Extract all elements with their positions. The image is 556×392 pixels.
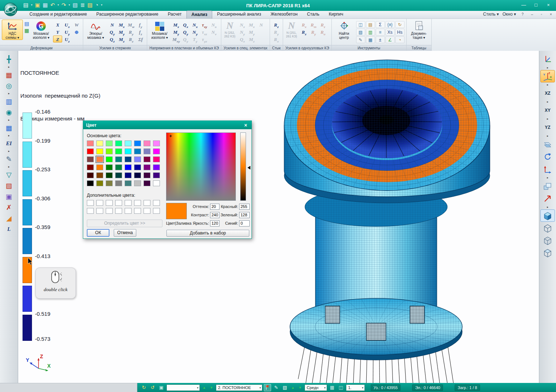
mode-icon[interactable]: ▣ xyxy=(158,384,165,391)
additional-color-swatch[interactable] xyxy=(87,200,94,206)
additional-color-swatch[interactable] xyxy=(106,200,113,206)
sum-icon[interactable]: Σ xyxy=(376,21,385,28)
basic-color-swatch[interactable] xyxy=(87,164,94,170)
close-button[interactable]: × xyxy=(543,1,554,9)
symbol-Qx[interactable]: Qx xyxy=(181,21,190,28)
basic-color-swatch[interactable] xyxy=(144,180,150,186)
ok-button[interactable]: ОК xyxy=(87,229,109,237)
blue-input[interactable] xyxy=(239,220,250,226)
symbol-Nx[interactable]: Nx xyxy=(190,21,200,28)
expander-icon[interactable]: ▸ xyxy=(547,65,548,70)
projection-planes-button[interactable] xyxy=(540,138,555,151)
basic-color-swatch[interactable] xyxy=(106,164,113,170)
erase-icon[interactable]: ▧ xyxy=(281,384,289,391)
doc-close-button[interactable]: × xyxy=(548,12,554,16)
basic-color-swatch[interactable] xyxy=(96,140,103,146)
expander-icon[interactable]: ▸ xyxy=(8,118,9,122)
basic-color-swatch[interactable] xyxy=(106,148,113,154)
expander-icon[interactable]: ▸ xyxy=(8,65,9,69)
hue-input[interactable] xyxy=(210,204,219,210)
basic-color-swatch[interactable] xyxy=(96,164,103,170)
tab-advanced-edit[interactable]: Расширенное редактирование xyxy=(92,11,163,19)
length-tool-icon[interactable]: L xyxy=(3,224,16,234)
basic-color-swatch[interactable] xyxy=(134,172,141,178)
tab-calc[interactable]: Расчет xyxy=(163,11,186,19)
symbol-N[interactable]: N xyxy=(108,21,117,28)
hidden-lines-button[interactable] xyxy=(540,234,555,246)
symbol-My[interactable]: My xyxy=(172,28,181,35)
basic-color-swatch[interactable] xyxy=(96,148,103,154)
symbol-Uz[interactable]: Uz xyxy=(63,36,72,42)
next-loadcase-button[interactable]: ▼ xyxy=(209,384,214,391)
symbol-Mx[interactable]: Mx xyxy=(117,21,126,28)
hs-icon[interactable]: Hs xyxy=(395,29,404,36)
symbol-Z[interactable]: Z xyxy=(53,36,62,42)
expander-icon[interactable]: ▸ xyxy=(8,164,9,169)
additional-color-swatch[interactable] xyxy=(144,208,150,214)
basic-color-swatch[interactable] xyxy=(125,180,132,186)
basic-color-swatch[interactable] xyxy=(144,156,150,162)
additional-color-swatch[interactable] xyxy=(96,208,103,214)
additional-color-swatch[interactable] xyxy=(153,200,160,206)
symbol-Mz[interactable]: Mz xyxy=(117,36,126,42)
open-file-icon[interactable]: ▣ xyxy=(35,1,40,9)
window-menu[interactable]: Окно ▾ xyxy=(503,12,516,17)
rows-icon[interactable]: ▥ xyxy=(366,29,375,36)
mosaic-mini-icon[interactable]: ▦ xyxy=(24,28,29,33)
diagrams-mosaic-button[interactable]: Эпюры/мозаика ▾ xyxy=(85,20,106,40)
symbol-fz[interactable]: fz xyxy=(136,28,145,35)
symbol-W[interactable]: W xyxy=(72,21,81,28)
basic-color-swatch[interactable] xyxy=(144,164,150,170)
angle-icon[interactable]: ∠ xyxy=(386,36,395,43)
symbol-X[interactable]: X xyxy=(53,21,62,28)
plusminus-icon[interactable]: ± xyxy=(376,36,385,43)
expander-icon[interactable]: ▸ xyxy=(547,175,548,180)
isometric-view-button[interactable]: YZX xyxy=(540,70,555,82)
basic-color-swatch[interactable] xyxy=(115,164,122,170)
tab-analysis[interactable]: Анализ xyxy=(186,11,213,19)
tab-create[interactable]: Создание и редактирование xyxy=(25,11,92,19)
additional-color-swatch[interactable] xyxy=(134,200,141,206)
find-center-button[interactable]: Найтицентр xyxy=(334,20,355,40)
additional-color-swatch[interactable] xyxy=(115,208,122,214)
scale-down-button[interactable]: ▼ xyxy=(297,384,303,391)
basic-color-swatch[interactable] xyxy=(134,180,141,186)
basic-color-swatch[interactable] xyxy=(115,180,122,186)
symbol-Qz[interactable]: Qz xyxy=(108,36,117,42)
symbol-Σf[interactable]: Σf xyxy=(136,36,145,42)
basic-color-swatch[interactable] xyxy=(144,148,150,154)
edit-tool-icon[interactable]: ✎ xyxy=(3,154,16,164)
basic-color-swatch[interactable] xyxy=(87,180,94,186)
symbol-Uy[interactable]: Uy xyxy=(63,28,72,35)
prev-loadcase-button[interactable]: ▲ xyxy=(201,384,207,391)
pen-icon[interactable]: ✎ xyxy=(356,36,365,43)
additional-color-swatch[interactable] xyxy=(153,208,160,214)
redo-caret-icon[interactable]: ▾ xyxy=(69,1,70,9)
braces-icon[interactable]: {я} xyxy=(386,21,395,28)
refresh-tool-icon[interactable]: ↻ xyxy=(395,21,404,28)
basic-color-swatch[interactable] xyxy=(87,140,94,146)
save-icon[interactable]: ▦ xyxy=(43,1,48,9)
sphere-tool-icon[interactable]: ◉ xyxy=(3,107,16,118)
basic-color-swatch[interactable] xyxy=(87,172,94,178)
basic-color-swatch[interactable] xyxy=(87,148,94,154)
green-input[interactable] xyxy=(239,212,250,218)
symbol-Rz[interactable]: Rz xyxy=(126,36,136,42)
stiffness-tool-icon[interactable]: EI xyxy=(3,138,16,149)
extra-combo[interactable] xyxy=(166,384,200,391)
mosaic-isofields-button[interactable]: GМозаика/изополя ▾ xyxy=(31,20,52,40)
new-file-icon[interactable]: ▤ xyxy=(23,1,28,9)
symbol-Mx[interactable]: Mx xyxy=(172,21,181,28)
additional-color-swatch[interactable] xyxy=(106,208,113,214)
cancel-button[interactable]: Отмена xyxy=(114,229,136,237)
view-xy-button[interactable]: XY xyxy=(540,104,555,117)
basic-color-swatch[interactable] xyxy=(144,172,150,178)
mosaic-isofields-plates-button[interactable]: Мозаика/изополя ▾ xyxy=(149,20,170,40)
basic-color-swatch[interactable] xyxy=(115,172,122,178)
red-input[interactable] xyxy=(239,204,250,210)
additional-color-swatch[interactable] xyxy=(115,200,122,206)
clock-icon[interactable]: ◔ xyxy=(395,36,404,43)
basic-color-swatch[interactable] xyxy=(87,156,94,162)
flag-icon[interactable] xyxy=(264,384,271,391)
basic-color-swatch[interactable] xyxy=(125,148,132,154)
